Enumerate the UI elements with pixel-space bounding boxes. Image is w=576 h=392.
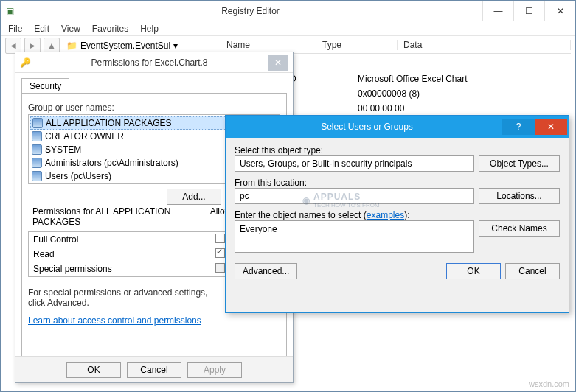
- ok-button[interactable]: OK: [446, 263, 501, 279]
- menu-view[interactable]: View: [61, 24, 80, 34]
- perm-for-label: Permissions for ALL APPLICATION PACKAGES: [32, 206, 202, 227]
- menu-favorites[interactable]: Favorites: [92, 24, 128, 34]
- minimize-button[interactable]: —: [482, 1, 513, 21]
- allow-checkbox[interactable]: [215, 248, 225, 258]
- folder-icon: 📁: [66, 41, 77, 51]
- permissions-titlebar: 🔑 Permissions for Excel.Chart.8 ✕: [15, 52, 293, 73]
- dialog-buttons: OK Cancel Apply: [15, 356, 293, 382]
- app-icon: ▣: [1, 6, 18, 16]
- col-data[interactable]: Data: [398, 40, 571, 50]
- close-button[interactable]: ✕: [535, 119, 567, 135]
- col-name[interactable]: Name: [221, 40, 316, 50]
- chevron-down-icon[interactable]: ▾: [173, 41, 178, 51]
- user-icon: [32, 144, 42, 155]
- locations-button[interactable]: Locations...: [479, 188, 560, 204]
- site-watermark: wsxdn.com: [529, 379, 569, 388]
- group-icon: [32, 171, 42, 181]
- select-title: Select Users or Groups: [232, 122, 502, 132]
- object-names-input[interactable]: Everyone: [235, 220, 474, 253]
- group-icon: [32, 118, 43, 128]
- learn-link[interactable]: Learn about access control and permissio…: [28, 315, 201, 326]
- user-icon: [32, 131, 42, 141]
- object-type-label: Select this object type:: [235, 145, 560, 155]
- add-button[interactable]: Add...: [167, 189, 221, 205]
- allow-checkbox[interactable]: [215, 234, 225, 243]
- advanced-button[interactable]: Advanced...: [235, 263, 297, 279]
- location-label: From this location:: [235, 178, 560, 188]
- select-users-dialog: Select Users or Groups ? ✕ Select this o…: [225, 115, 569, 313]
- location-field: pc: [235, 188, 474, 204]
- select-titlebar: Select Users or Groups ? ✕: [226, 116, 569, 138]
- cancel-button[interactable]: Cancel: [127, 362, 181, 378]
- help-button[interactable]: ?: [502, 119, 535, 135]
- titlebar: ▣ Registry Editor — ☐ ✕: [1, 1, 575, 21]
- menu-file[interactable]: File: [8, 24, 22, 34]
- advanced-text: For special permissions or advanced sett…: [28, 287, 219, 308]
- check-names-button[interactable]: Check Names: [479, 220, 560, 237]
- names-label: Enter the object names to select (exampl…: [235, 210, 560, 220]
- breadcrumb-text: EventSystem.EventSul: [80, 41, 170, 51]
- menu-edit[interactable]: Edit: [34, 24, 49, 34]
- col-type[interactable]: Type: [316, 40, 398, 50]
- examples-link[interactable]: examples: [367, 210, 404, 220]
- group-label: Group or user names:: [28, 102, 280, 113]
- apply-button[interactable]: Apply: [187, 362, 242, 378]
- allow-checkbox: [215, 263, 225, 273]
- group-icon: [32, 158, 42, 168]
- permissions-close-button[interactable]: ✕: [268, 55, 288, 71]
- maximize-button[interactable]: ☐: [513, 1, 544, 21]
- permissions-title: Permissions for Excel.Chart.8: [31, 57, 268, 68]
- object-types-button[interactable]: Object Types...: [479, 155, 560, 172]
- tab-security[interactable]: Security: [21, 78, 69, 94]
- menubar: File Edit View Favorites Help: [1, 21, 575, 36]
- window-title: Registry Editor: [18, 6, 482, 16]
- object-type-field: Users, Groups, or Built-in security prin…: [235, 155, 474, 172]
- cancel-button[interactable]: Cancel: [505, 263, 560, 279]
- lock-icon: 🔑: [20, 57, 31, 68]
- close-button[interactable]: ✕: [544, 1, 575, 21]
- ok-button[interactable]: OK: [66, 362, 121, 378]
- menu-help[interactable]: Help: [140, 24, 159, 34]
